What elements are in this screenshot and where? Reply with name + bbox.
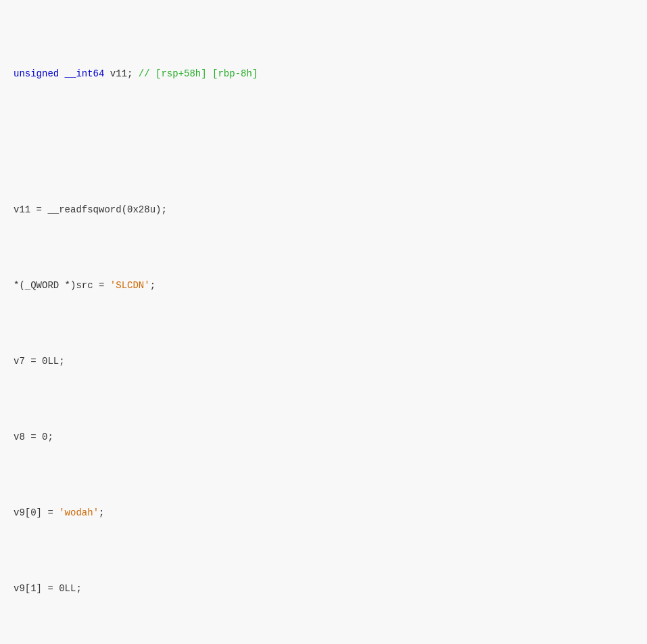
code-line-5: v7 = 0LL;: [11, 354, 636, 369]
code-line-1: unsigned __int64 v11; // [rsp+58h] [rbp-…: [11, 66, 636, 81]
code-block: unsigned __int64 v11; // [rsp+58h] [rbp-…: [0, 0, 647, 644]
code-line-8: v9[1] = 0LL;: [11, 581, 636, 596]
code-line-6: v8 = 0;: [11, 430, 636, 444]
code-line-4: *(_QWORD *)src = 'SLCDN';: [11, 278, 636, 293]
code-container: unsigned __int64 v11; // [rsp+58h] [rbp-…: [0, 0, 647, 644]
code-line-blank1: [11, 127, 636, 141]
code-line-3: v11 = __readfsqword(0x28u);: [11, 202, 636, 217]
code-line-7: v9[0] = 'wodah';: [11, 505, 636, 520]
